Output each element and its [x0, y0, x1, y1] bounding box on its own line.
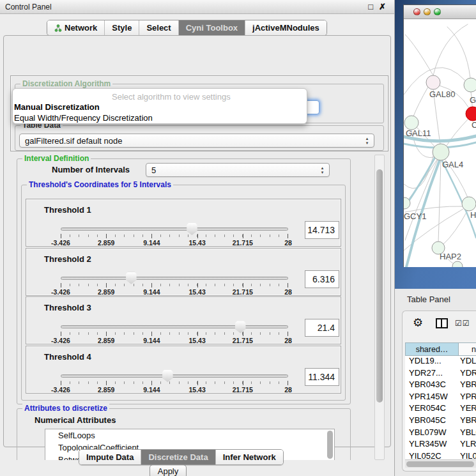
cell-name: YIL0	[460, 451, 476, 459]
algorithm-placeholder-item[interactable]: Select algorithm to view settings	[112, 92, 231, 102]
slider-major-tick	[197, 332, 198, 336]
tab-style[interactable]: Style	[104, 20, 139, 35]
slider-track[interactable]	[61, 374, 288, 378]
slider-major-tick	[197, 381, 198, 385]
column-header-name[interactable]: na	[459, 342, 476, 356]
tab-infer-network[interactable]: Infer Network	[215, 450, 283, 464]
split-columns-icon[interactable]	[436, 318, 448, 328]
slider-tick-label: 21.715	[233, 288, 253, 296]
slider-major-tick	[288, 332, 288, 336]
apply-button[interactable]: Apply	[150, 464, 187, 476]
threshold-slider[interactable]: -3.4262.8599.14415.4321.71528	[61, 372, 288, 392]
table-row[interactable]: YBR045CYBR0	[405, 415, 476, 427]
tab-label: Style	[112, 23, 132, 33]
table-row[interactable]: YDR27...YDR2	[405, 368, 476, 380]
network-node[interactable]	[464, 78, 476, 92]
table-row[interactable]: YIL052CYIL0	[405, 451, 476, 459]
network-node-c[interactable]	[404, 116, 418, 130]
table-row[interactable]: YPR145WYPR1	[405, 392, 476, 404]
table-horizontal-scrollbar[interactable]	[405, 459, 476, 468]
table-row[interactable]: YBR043CYBR0	[405, 380, 476, 392]
num-intervals-combobox[interactable]: 5 ▴▾	[146, 163, 330, 177]
slider-thumb[interactable]	[234, 321, 246, 333]
slider-tick-label: 2.859	[98, 337, 114, 344]
network-node-gal11[interactable]	[433, 144, 449, 160]
threshold-value-field[interactable]	[305, 221, 339, 239]
tab-label: Impute Data	[86, 452, 134, 462]
float-window-icon[interactable]: □	[368, 2, 373, 12]
attribute-item[interactable]: SelfLoops	[45, 429, 334, 441]
table-row[interactable]: YER054CYER0	[405, 403, 476, 415]
edge	[447, 27, 470, 78]
tab-jactivemnodules[interactable]: jActiveMNodules	[245, 20, 326, 35]
tab-cyni-toolbox[interactable]: Cyni Toolbox	[178, 20, 245, 35]
column-header-shared-name[interactable]: shared…	[405, 342, 459, 356]
slider-major-tick	[151, 381, 152, 385]
slider-major-tick	[106, 234, 107, 238]
slider-thumb[interactable]	[125, 272, 137, 284]
control-panel-tabbar: NetworkStyleSelectCyni ToolboxjActiveMNo…	[47, 20, 327, 36]
table-data-combobox[interactable]: galFiltered.sif default node ▴▾	[19, 134, 374, 148]
algorithm-option-manual[interactable]: Manual Discretization	[14, 102, 100, 112]
settings-scroll-area: Interval Definition Number of Intervals …	[11, 155, 373, 460]
threshold-label: Threshold 2	[44, 254, 91, 264]
zoom-traffic-light[interactable]	[434, 8, 441, 15]
cell-shared-name: YLR345W	[405, 439, 460, 449]
table-row[interactable]: YBL079WYBL0	[405, 427, 476, 440]
threshold-value-field[interactable]	[305, 319, 339, 337]
settings-vertical-scrollbar[interactable]	[374, 155, 385, 460]
gear-icon[interactable]: ⚙	[413, 316, 423, 330]
tab-label: Network	[65, 23, 97, 33]
threshold-value-field[interactable]	[305, 368, 339, 386]
edge	[413, 87, 428, 116]
close-window-icon[interactable]: ✗	[379, 2, 386, 12]
slider-major-tick	[151, 283, 152, 288]
network-node-g[interactable]	[466, 107, 476, 121]
threshold-slider[interactable]: -3.4262.8599.14415.4321.71528	[61, 225, 288, 245]
slider-track[interactable]	[61, 325, 288, 328]
cell-name: YDR2	[460, 368, 476, 378]
slider-tick-label: 9.144	[143, 337, 160, 344]
table-row[interactable]: YDL19...YDL1	[405, 356, 476, 368]
tab-network[interactable]: Network	[47, 20, 104, 35]
slider-track[interactable]	[61, 277, 288, 280]
slider-thumb[interactable]	[162, 370, 173, 382]
select-columns-icon[interactable]: ☑☑	[455, 319, 470, 328]
slider-major-tick	[288, 283, 288, 288]
minimize-traffic-light[interactable]	[424, 8, 431, 15]
cell-shared-name: YER054C	[405, 403, 460, 413]
slider-track[interactable]	[61, 227, 288, 231]
slider-thumb[interactable]	[186, 223, 197, 235]
slider-tick-label: 15.43	[188, 337, 205, 344]
settings-scrollbar-thumb[interactable]	[376, 169, 383, 403]
cell-shared-name: YBL079W	[405, 427, 460, 437]
threshold-value-field[interactable]	[305, 270, 339, 288]
combo-spinner-icon: ▴▾	[319, 165, 325, 174]
network-node-gcy1[interactable]	[462, 197, 476, 211]
slider-tick-label: 2.859	[98, 239, 114, 247]
slider-tick-label: 28	[284, 337, 292, 344]
cyni-toolbox-panel: Discretization Algorithm Table Data galF…	[3, 35, 391, 447]
table-hscrollbar-thumb[interactable]	[406, 461, 474, 467]
control-panel-window: Control Panel □ ✗ NetworkStyleSelectCyni…	[0, 0, 395, 476]
threshold-slider[interactable]: -3.4262.8599.14415.4321.71528	[61, 323, 288, 343]
table-row[interactable]: YLR345WYLR3	[405, 439, 476, 451]
network-node-hap2[interactable]	[452, 261, 463, 267]
tab-label: Discretize Data	[148, 452, 208, 462]
network-canvas[interactable]: GAL80GCGAL11GAL4GCY1HHAP2	[404, 19, 476, 267]
list-scrollbar-thumb[interactable]	[327, 431, 333, 459]
slider-tick-label: 2.859	[98, 386, 114, 394]
threshold-slider[interactable]: -3.4262.8599.14415.4321.71528	[61, 274, 288, 295]
tab-discretize-data[interactable]: Discretize Data	[141, 450, 215, 464]
slider-tick-label: -3.426	[51, 239, 70, 247]
network-node-gal80[interactable]	[426, 75, 440, 89]
close-traffic-light[interactable]	[413, 8, 420, 15]
cell-name: YBR0	[460, 380, 476, 389]
slider-major-tick	[288, 381, 288, 385]
algorithm-option-equal-width[interactable]: Equal Width/Frequency Discretization	[14, 113, 153, 123]
slider-major-tick	[288, 234, 288, 238]
table-panel-title: Table Panel	[407, 295, 450, 304]
tab-select[interactable]: Select	[139, 20, 178, 35]
tab-impute-data[interactable]: Impute Data	[79, 450, 141, 464]
slider-major-tick	[106, 332, 107, 336]
